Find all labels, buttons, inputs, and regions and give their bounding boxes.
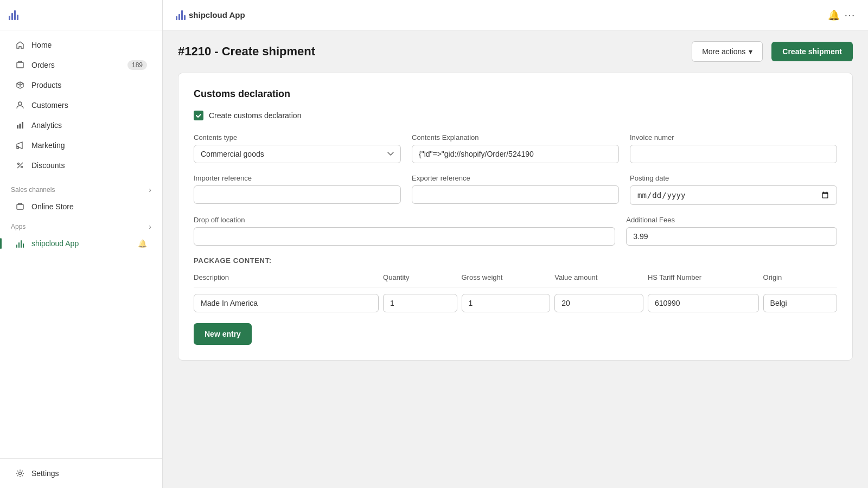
active-indicator (0, 238, 2, 249)
drop-off-location-input[interactable] (194, 227, 615, 246)
analytics-icon (15, 120, 25, 130)
svg-rect-7 (17, 204, 23, 209)
main-content: shipcloud App 🔔 ⋯ #1210 - Create shipmen… (163, 0, 868, 488)
row-gross-weight-input[interactable] (462, 294, 551, 312)
sidebar-item-home[interactable]: Home (4, 35, 158, 55)
importer-reference-input[interactable] (194, 185, 401, 204)
apps-label: Apps (11, 223, 25, 230)
sidebar-item-customers[interactable]: Customers (4, 95, 158, 115)
additional-fees-label: Additional Fees (626, 216, 837, 224)
svg-rect-0 (17, 62, 23, 68)
contents-type-label: Contents type (194, 133, 401, 142)
form-row-1: Contents type Commercial goods Documents… (194, 133, 837, 163)
exporter-reference-input[interactable] (412, 185, 619, 204)
home-icon (15, 40, 25, 50)
sidebar-logo (9, 10, 18, 20)
col-gross-weight: Gross weight (462, 273, 551, 281)
sidebar-header (0, 0, 162, 30)
customers-icon (15, 100, 25, 110)
page-title: #1210 - Create shipment (178, 44, 683, 59)
sidebar-item-orders[interactable]: Orders 189 (4, 55, 158, 75)
svg-point-8 (19, 472, 22, 475)
discounts-icon (15, 160, 25, 170)
posting-date-label: Posting date (630, 174, 837, 182)
sidebar-item-customers-label: Customers (31, 101, 68, 110)
posting-date-group: Posting date (630, 174, 837, 205)
svg-rect-4 (22, 122, 23, 129)
sales-channels-section: Sales channels › (0, 180, 162, 196)
col-value-amount: Value amount (554, 273, 643, 281)
content-area: Customs declaration Create customs decla… (163, 73, 868, 488)
svg-rect-2 (17, 125, 18, 129)
chevron-down-icon: ▾ (749, 47, 752, 56)
sidebar-item-marketing-label: Marketing (31, 141, 65, 150)
additional-fees-input[interactable] (626, 227, 837, 246)
sidebar-item-discounts-label: Discounts (31, 161, 65, 170)
sidebar-item-settings-label: Settings (31, 469, 59, 478)
new-entry-label: New entry (205, 330, 241, 338)
row-origin-input[interactable] (763, 294, 837, 312)
sidebar-item-shipcloud-label: shipcloud App (31, 239, 79, 248)
sidebar-item-analytics-label: Analytics (31, 121, 62, 130)
sidebar-item-settings[interactable]: Settings (4, 464, 158, 483)
posting-date-input[interactable] (630, 185, 837, 205)
sidebar-item-shipcloud[interactable]: shipcloud App 🔔 (4, 234, 158, 253)
contents-explanation-input[interactable] (412, 145, 619, 163)
svg-point-1 (18, 102, 22, 105)
col-description: Description (194, 273, 379, 281)
more-icon[interactable]: ⋯ (844, 9, 855, 22)
create-shipment-label: Create shipment (782, 47, 842, 56)
customs-declaration-title: Customs declaration (194, 88, 837, 100)
sidebar-item-marketing[interactable]: Marketing (4, 136, 158, 155)
row-description-input[interactable] (194, 294, 379, 312)
create-customs-checkbox[interactable] (194, 111, 203, 120)
col-quantity: Quantity (383, 273, 457, 281)
shipcloud-icon (15, 239, 25, 248)
logo-icon (9, 10, 18, 20)
more-actions-button[interactable]: More actions ▾ (692, 41, 763, 62)
form-row-2: Importer reference Exporter reference Po… (194, 174, 837, 205)
invoice-number-input[interactable] (630, 145, 837, 163)
main-nav: Home Orders 189 Products Customers (0, 30, 162, 180)
sidebar-item-discounts[interactable]: Discounts (4, 156, 158, 175)
drop-off-location-label: Drop off location (194, 216, 615, 224)
topbar-app-name: shipcloud App (189, 10, 245, 20)
table-row (194, 294, 837, 312)
apps-chevron[interactable]: › (149, 222, 151, 231)
sidebar-item-online-store[interactable]: Online Store (4, 197, 158, 216)
sales-channels-label: Sales channels (11, 186, 55, 194)
contents-explanation-label: Contents Explanation (412, 133, 619, 142)
sidebar-item-analytics[interactable]: Analytics (4, 115, 158, 135)
create-customs-checkbox-row: Create customs declaration (194, 111, 837, 120)
orders-badge: 189 (127, 60, 147, 70)
sales-channels-chevron[interactable]: › (149, 185, 151, 194)
orders-icon (15, 60, 25, 70)
apps-section: Apps › (0, 217, 162, 233)
products-icon (15, 80, 25, 90)
importer-reference-group: Importer reference (194, 174, 401, 205)
contents-type-select[interactable]: Commercial goods Documents Gift Sample R… (194, 145, 401, 163)
pin-icon[interactable]: 🔔 (138, 239, 147, 248)
topbar: shipcloud App 🔔 ⋯ (163, 0, 868, 30)
row-hs-tariff-input[interactable] (648, 294, 759, 312)
sidebar: Home Orders 189 Products Customers (0, 0, 163, 488)
settings-icon (15, 468, 25, 478)
create-shipment-button[interactable]: Create shipment (771, 42, 853, 61)
package-content-title: PACKAGE CONTENT: (194, 256, 837, 265)
svg-rect-3 (20, 124, 21, 129)
importer-reference-label: Importer reference (194, 174, 401, 182)
svg-point-5 (18, 163, 20, 165)
contents-type-group: Contents type Commercial goods Documents… (194, 133, 401, 163)
sidebar-item-products[interactable]: Products (4, 75, 158, 95)
page-header: #1210 - Create shipment More actions ▾ C… (163, 30, 868, 73)
sidebar-item-products-label: Products (31, 81, 61, 89)
new-entry-button[interactable]: New entry (194, 323, 252, 345)
package-table-header: Description Quantity Gross weight Value … (194, 273, 837, 287)
bell-icon[interactable]: 🔔 (828, 9, 840, 21)
marketing-icon (15, 140, 25, 150)
row-value-amount-input[interactable] (554, 294, 643, 312)
row-quantity-input[interactable] (383, 294, 457, 312)
more-actions-label: More actions (702, 47, 745, 56)
online-store-icon (15, 202, 25, 211)
col-origin: Origin (763, 273, 837, 281)
